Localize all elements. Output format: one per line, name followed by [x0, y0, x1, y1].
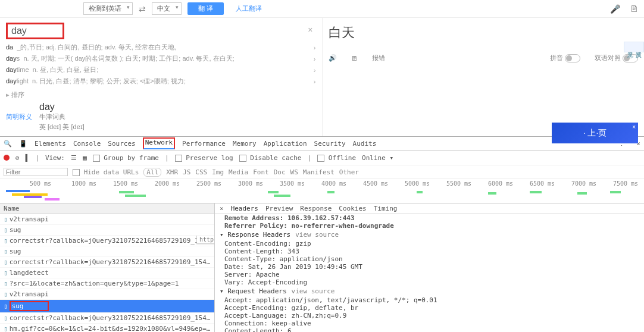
- group-checkbox[interactable]: [93, 155, 100, 162]
- view-icon2[interactable]: ▦: [83, 154, 87, 162]
- mic-icon[interactable]: 🎤: [610, 4, 620, 14]
- dual-toggle[interactable]: [623, 54, 638, 62]
- pinyin-toggle-label: 拼音: [550, 54, 563, 61]
- tab-security[interactable]: Security: [314, 140, 346, 148]
- dict-word: day: [39, 102, 65, 112]
- request-row[interactable]: ▯correctstr?callback=jQuery3210752216468…: [0, 313, 214, 324]
- suggest-row[interactable]: da _的,节日; adj. 白间的, 昼日的; adv. 每天, 经常在白天地…: [6, 43, 316, 52]
- view-label: View:: [45, 154, 65, 162]
- tab-audits[interactable]: Audits: [353, 140, 377, 148]
- request-row[interactable]: ▯langdetect: [0, 268, 214, 278]
- banner-close-icon[interactable]: ×: [632, 124, 636, 130]
- tab-elements[interactable]: Elements: [35, 140, 66, 148]
- speaker-icon[interactable]: 🔊: [329, 54, 337, 62]
- request-row[interactable]: ▯v2transapi: [0, 214, 214, 225]
- to-lang-dropdown[interactable]: 中文: [152, 2, 182, 15]
- swap-icon[interactable]: ⇄: [139, 4, 146, 14]
- filter-other[interactable]: Other: [339, 168, 359, 176]
- tab-sources[interactable]: Sources: [108, 140, 135, 148]
- filter-img[interactable]: Img: [212, 168, 224, 176]
- feedback-tab[interactable]: 意见反馈: [624, 42, 644, 52]
- dict-source: 牛津词典: [39, 112, 65, 121]
- preserve-checkbox[interactable]: [175, 155, 182, 162]
- tab-network[interactable]: Network: [143, 137, 175, 149]
- input-box[interactable]: day: [6, 23, 64, 39]
- request-row[interactable]: ▯sug: [0, 225, 214, 236]
- filter-doc[interactable]: Doc: [274, 168, 286, 176]
- request-list: Name ▯v2transapi ▯sug ▯correctstr?callba…: [0, 203, 215, 332]
- request-row[interactable]: ▯correctstr?callback=jQuery3210752216468…: [0, 257, 214, 268]
- record-button[interactable]: [4, 155, 10, 161]
- filter-manifest[interactable]: Manifest: [303, 168, 334, 176]
- filter-all[interactable]: All: [143, 168, 161, 177]
- detail-tab-cookies[interactable]: Cookies: [339, 205, 366, 212]
- section-response-headers[interactable]: Response Headers: [227, 231, 290, 239]
- filter-js[interactable]: JS: [183, 168, 190, 176]
- filter-icon[interactable]: ▌: [26, 154, 30, 162]
- disable-cache-checkbox[interactable]: [239, 155, 246, 162]
- request-row-selected[interactable]: ▯sug: [0, 300, 214, 313]
- detail-tab-response[interactable]: Response: [300, 205, 332, 212]
- copy-result-icon[interactable]: 🖹: [351, 55, 358, 62]
- close-detail-icon[interactable]: ×: [220, 205, 224, 212]
- view-source-link[interactable]: view source: [292, 287, 335, 295]
- pinyin-toggle[interactable]: [565, 54, 580, 62]
- request-row[interactable]: ▯correctstr?callback=jQuery3210752216468…: [0, 236, 214, 246]
- inspect-icon[interactable]: 🔍: [4, 140, 12, 148]
- filter-xhr[interactable]: XHR: [166, 168, 178, 176]
- from-lang-dropdown[interactable]: 检测到英语: [83, 2, 133, 15]
- tab-console[interactable]: Console: [73, 140, 101, 148]
- detail-tab-timing[interactable]: Timing: [374, 205, 398, 212]
- brief-tab[interactable]: 简明释义: [6, 112, 32, 121]
- filter-media[interactable]: Media: [229, 168, 248, 176]
- network-waterfall[interactable]: 500 ms1000 ms1500 ms2000 ms2500 ms3000 m…: [0, 179, 644, 203]
- sort-label[interactable]: 排序: [6, 90, 316, 99]
- request-row[interactable]: ▯hm.gif?cc=0&ck=1&cl=24-bit&ds=1920x1080…: [0, 324, 214, 332]
- suggest-row[interactable]: daylight n. 日光, 白昼; 清早; 黎明; 公开; 发表; <俚>眼…: [6, 77, 316, 86]
- devtools-tabbar: 🔍 📱 Elements Console Sources Network Per…: [0, 137, 644, 151]
- hide-data-checkbox[interactable]: [73, 169, 80, 176]
- view-source-link[interactable]: view source: [295, 231, 339, 239]
- request-row[interactable]: ▯v2transapi: [0, 289, 214, 300]
- suggest-row[interactable]: days n. 天, 时期; 一天( day的名词复数 ); 白天; 时期; 工…: [6, 54, 316, 63]
- name-column-header[interactable]: Name: [0, 203, 214, 214]
- device-icon[interactable]: 📱: [19, 140, 27, 148]
- translate-button[interactable]: 翻 译: [187, 2, 224, 15]
- clear-icon[interactable]: ×: [308, 25, 312, 35]
- request-row[interactable]: ▯?src=1&locate=zh&action=query&type=1&pa…: [0, 278, 214, 289]
- dual-toggle-label: 双语对照: [595, 54, 621, 61]
- filter-ws[interactable]: WS: [290, 168, 298, 176]
- human-translate-button[interactable]: 人工翻译: [230, 2, 268, 15]
- clear-icon[interactable]: ⊘: [15, 154, 20, 162]
- request-row[interactable]: ▯sug: [0, 246, 214, 257]
- view-icon[interactable]: ☰: [71, 154, 77, 162]
- pronunciation: 英 [deɪ] 美 [deɪ]: [39, 123, 316, 131]
- offline-checkbox[interactable]: [317, 155, 324, 162]
- suggest-row[interactable]: daytime n. 昼, 白天, 白昼, 昼日;›: [6, 65, 316, 74]
- banner-ad[interactable]: · 上·页×: [552, 123, 638, 143]
- general-refpolicy: Referrer Policy: no-referrer-when-downgr…: [215, 222, 644, 230]
- detail-tab-preview[interactable]: Preview: [265, 205, 293, 212]
- detail-tab-headers[interactable]: Headers: [231, 205, 258, 212]
- section-request-headers[interactable]: Request Headers: [227, 287, 286, 295]
- result-word: 白天: [329, 24, 639, 42]
- general-remote: Remote Address: 106.39.162.57:443: [215, 214, 644, 222]
- report-link[interactable]: 报错: [372, 54, 385, 62]
- filter-css[interactable]: CSS: [195, 168, 207, 176]
- online-select[interactable]: Online ▾: [362, 154, 393, 162]
- tab-performance[interactable]: Performance: [182, 140, 226, 148]
- tab-application[interactable]: Application: [264, 140, 307, 148]
- tab-memory[interactable]: Memory: [233, 140, 257, 148]
- copy-icon[interactable]: 🖹: [630, 4, 638, 14]
- filter-font[interactable]: Font: [253, 168, 269, 176]
- url-tooltip: https://fanyi.baidu.com/v2transapi?callb…: [196, 236, 214, 244]
- filter-input[interactable]: [4, 168, 68, 176]
